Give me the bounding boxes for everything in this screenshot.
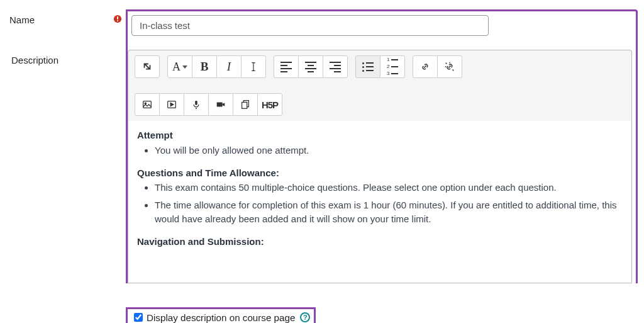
- name-row: Name Description A B: [6, 9, 638, 283]
- svg-rect-8: [242, 102, 247, 108]
- toolbar-italic-button[interactable]: I: [216, 55, 242, 78]
- toolbar-expand-button[interactable]: [135, 55, 160, 78]
- svg-rect-6: [195, 101, 197, 105]
- list-item: This exam contains 50 multiple-choice qu…: [155, 181, 623, 195]
- section-heading: Navigation and Submission:: [137, 236, 264, 247]
- toolbar-media-button[interactable]: [159, 93, 184, 116]
- help-icon[interactable]: [300, 312, 310, 322]
- section-heading: Questions and Time Allowance:: [137, 167, 279, 178]
- svg-point-4: [145, 103, 146, 104]
- toolbar-align-left-button[interactable]: [274, 55, 299, 78]
- svg-rect-7: [217, 102, 223, 106]
- required-icon: [113, 14, 122, 25]
- editor-toolbar: A B I 123: [128, 50, 632, 121]
- name-highlight: Description A B I: [126, 9, 638, 283]
- toolbar-microphone-button[interactable]: [184, 93, 209, 116]
- list-item: The time allowance for completion of thi…: [155, 198, 623, 226]
- display-row: Display description on course page: [6, 296, 638, 323]
- editor-content[interactable]: AttemptYou will be only allowed one atte…: [128, 121, 632, 283]
- name-label: Name: [9, 14, 113, 25]
- toolbar-video-button[interactable]: [208, 93, 233, 116]
- svg-rect-2: [117, 20, 118, 21]
- toolbar-bold-button[interactable]: B: [192, 55, 217, 78]
- toolbar-files-button[interactable]: [233, 93, 258, 116]
- name-label-col: Name: [6, 9, 126, 25]
- toolbar-bullet-list-button[interactable]: [355, 55, 380, 78]
- display-checkbox[interactable]: [134, 313, 143, 322]
- toolbar-h5p-button[interactable]: H5P: [257, 93, 282, 116]
- toolbar-text-cursor-button[interactable]: [241, 55, 266, 78]
- description-label: Description: [11, 55, 128, 65]
- svg-rect-1: [117, 16, 118, 20]
- toolbar-align-center-button[interactable]: [298, 55, 323, 78]
- toolbar-link-button[interactable]: [413, 55, 438, 78]
- section-heading: Attempt: [137, 130, 173, 140]
- description-editor: A B I 123: [128, 36, 632, 283]
- toolbar-paragraph-style-button[interactable]: A: [167, 55, 192, 78]
- toolbar-numbered-list-button[interactable]: 123: [380, 55, 405, 78]
- toolbar-image-button[interactable]: [135, 93, 160, 116]
- display-highlight: Display description on course page: [126, 307, 316, 323]
- list-item: You will be only allowed one attempt.: [155, 144, 623, 157]
- description-label-col: Description: [8, 36, 128, 65]
- svg-rect-3: [143, 101, 152, 108]
- toolbar-align-right-button[interactable]: [323, 55, 348, 78]
- display-label: Display description on course page: [147, 312, 295, 323]
- toolbar-unlink-button[interactable]: [437, 55, 462, 78]
- name-input[interactable]: [131, 15, 489, 36]
